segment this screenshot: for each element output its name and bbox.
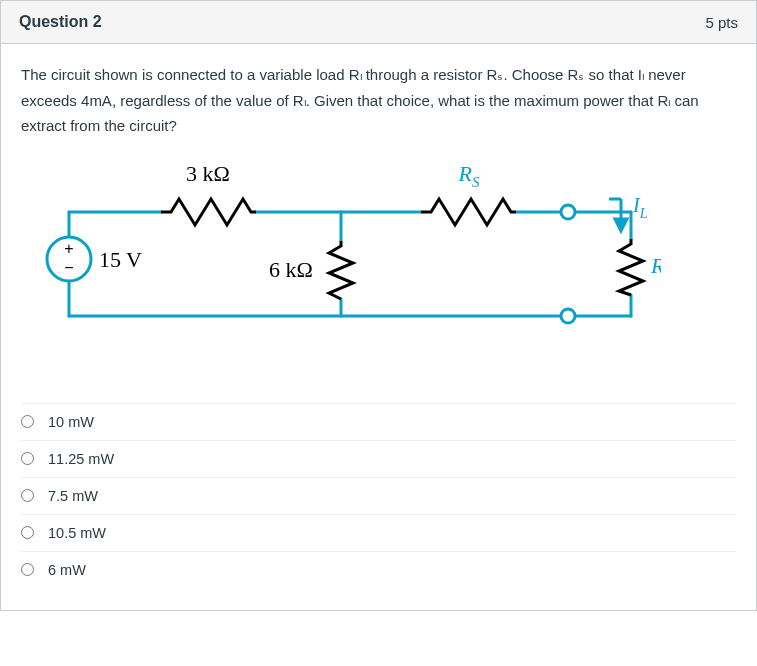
rl-label: R (650, 253, 661, 278)
option-2[interactable]: 7.5 mW (21, 477, 736, 514)
source-label: 15 V (99, 247, 142, 272)
rs-sub: S (472, 174, 480, 190)
option-1[interactable]: 11.25 mW (21, 440, 736, 477)
svg-marker-20 (615, 219, 627, 231)
question-header: Question 2 5 pts (1, 1, 756, 44)
option-0[interactable]: 10 mW (21, 403, 736, 440)
option-3-radio[interactable] (21, 526, 34, 539)
svg-text:RL: RL (650, 253, 661, 282)
svg-text:IL: IL (632, 194, 648, 221)
option-0-label[interactable]: 10 mW (48, 414, 94, 430)
option-3-label[interactable]: 10.5 mW (48, 525, 106, 541)
option-4-label[interactable]: 6 mW (48, 562, 86, 578)
question-card: Question 2 5 pts The circuit shown is co… (0, 0, 757, 611)
circuit-diagram: + − 15 V 3 kΩ 6 kΩ RS RL (21, 151, 661, 381)
il-sub: L (639, 206, 648, 221)
source-plus: + (64, 240, 73, 257)
question-body: The circuit shown is connected to a vari… (1, 44, 756, 610)
svg-text:RS: RS (458, 161, 480, 190)
option-2-label[interactable]: 7.5 mW (48, 488, 98, 504)
svg-point-14 (561, 309, 575, 323)
question-points: 5 pts (705, 14, 738, 31)
question-prompt: The circuit shown is connected to a vari… (21, 62, 736, 139)
option-1-radio[interactable] (21, 452, 34, 465)
option-1-label[interactable]: 11.25 mW (48, 451, 114, 467)
option-2-radio[interactable] (21, 489, 34, 502)
r2-label: 6 kΩ (269, 257, 313, 282)
option-4-radio[interactable] (21, 563, 34, 576)
option-3[interactable]: 10.5 mW (21, 514, 736, 551)
rs-label: R (458, 161, 473, 186)
r1-label: 3 kΩ (186, 161, 230, 186)
question-title: Question 2 (19, 13, 102, 31)
option-4[interactable]: 6 mW (21, 551, 736, 588)
source-minus: − (64, 259, 73, 276)
svg-point-13 (561, 205, 575, 219)
answer-options: 10 mW 11.25 mW 7.5 mW 10.5 mW 6 mW (21, 403, 736, 588)
option-0-radio[interactable] (21, 415, 34, 428)
